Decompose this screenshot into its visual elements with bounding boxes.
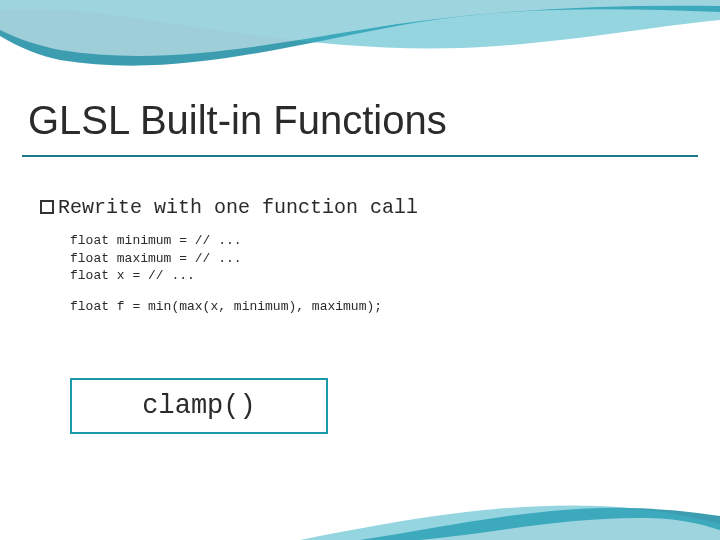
code-block: float minimum = // ... float maximum = /…: [70, 232, 382, 315]
answer-text: clamp(): [142, 391, 255, 421]
decorative-wave-top: [0, 0, 720, 90]
code-line: float x = // ...: [70, 267, 382, 285]
answer-box: clamp(): [70, 378, 328, 434]
slide-title: GLSL Built-in Functions: [28, 98, 447, 143]
decorative-wave-bottom: [0, 480, 720, 540]
code-line: float minimum = // ...: [70, 232, 382, 250]
code-blank-line: [70, 285, 382, 298]
subtitle-text: Rewrite with one function call: [58, 196, 418, 219]
title-underline: [22, 155, 698, 157]
slide: GLSL Built-in Functions Rewrite with one…: [0, 0, 720, 540]
code-line: float f = min(max(x, minimum), maximum);: [70, 298, 382, 316]
slide-subtitle: Rewrite with one function call: [40, 196, 418, 219]
bullet-icon: [40, 200, 54, 214]
code-line: float maximum = // ...: [70, 250, 382, 268]
